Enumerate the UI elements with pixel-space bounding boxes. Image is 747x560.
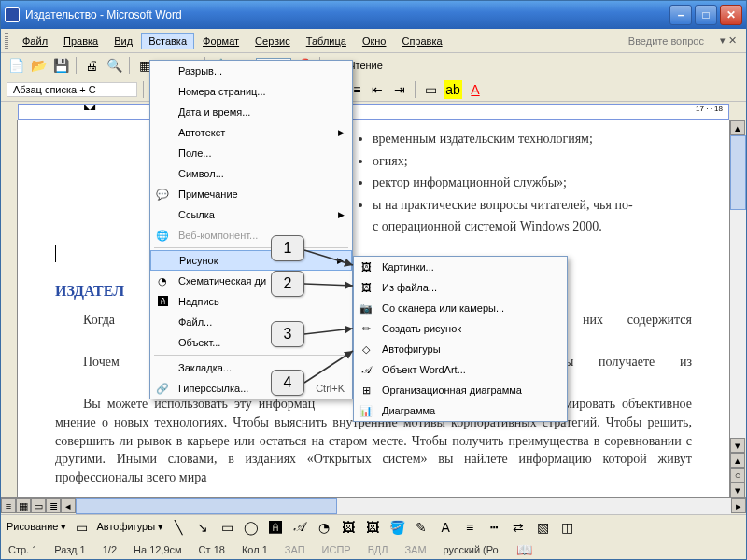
oval-icon[interactable]: ◯ (242, 518, 261, 537)
menu-edit[interactable]: Правка (56, 33, 106, 49)
menu-help[interactable]: Справка (394, 33, 449, 49)
bullet-item: огиях; (373, 152, 692, 171)
textbox-icon: 🅰 (154, 293, 171, 310)
clipart-icon[interactable]: 🖼 (339, 518, 358, 537)
autoshapes-menu[interactable]: Автофигуры ▾ (96, 521, 163, 533)
lineweight-icon[interactable]: ≡ (460, 518, 479, 537)
menu-view[interactable]: Вид (106, 33, 140, 49)
arrowstyle-icon[interactable]: ⇄ (509, 518, 528, 537)
svg-line-1 (304, 284, 353, 286)
menu-comment[interactable]: 💬Примечание (150, 184, 352, 204)
drawing-toolbar: Рисование ▾ ▭ Автофигуры ▾ ╲ ↘ ▭ ◯ 🅰 𝒜 ◔… (1, 514, 746, 539)
scroll-left-icon[interactable]: ◂ (61, 498, 76, 513)
titlebar: Издательство - Microsoft Word – □ ✕ (1, 1, 746, 29)
menubar: Файл Правка Вид Вставка Формат Сервис Та… (1, 29, 746, 53)
submenu-clipart[interactable]: 🖼Картинки... (354, 257, 567, 277)
status-page: Стр. 1 (8, 544, 37, 555)
menu-insert[interactable]: Вставка (141, 33, 194, 49)
menu-autotext[interactable]: Автотекст▶ (150, 122, 352, 143)
submenu-from-file[interactable]: 🖼Из файла... (354, 277, 567, 298)
submenu-new-drawing[interactable]: ✏Создать рисунок (354, 318, 567, 339)
diagram-icon[interactable]: ◔ (315, 518, 333, 537)
picture-submenu: 🖼Картинки... 🖼Из файла... 📷Со сканера ил… (353, 256, 568, 422)
view-web-icon[interactable]: ▦ (16, 498, 31, 513)
minimize-button[interactable]: – (669, 5, 692, 25)
linecolor-icon[interactable]: ✎ (412, 518, 430, 537)
border-icon[interactable]: ▭ (421, 80, 440, 99)
submenu-autoshapes[interactable]: ◇Автофигуры (354, 339, 567, 359)
left-gutter (1, 120, 18, 497)
font-color-icon[interactable]: А (466, 80, 485, 99)
ruler[interactable]: ◣◢ 17 · · 18 (18, 104, 729, 120)
line-icon[interactable]: ╲ (169, 518, 188, 537)
style-combo[interactable]: Абзац списка + С (7, 82, 137, 97)
maximize-button[interactable]: □ (695, 5, 717, 25)
scroll-thumb[interactable] (730, 135, 746, 210)
submenu-scanner[interactable]: 📷Со сканера или камеры... (354, 298, 567, 318)
view-normal-icon[interactable]: ≡ (1, 498, 16, 513)
menu-tools[interactable]: Сервис (247, 33, 298, 49)
menu-reference[interactable]: Ссылка▶ (150, 204, 352, 225)
select-icon[interactable]: ▭ (72, 518, 91, 537)
status-trk: ИСПР (322, 544, 351, 555)
comment-icon: 💬 (154, 186, 171, 203)
menu-file[interactable]: Файл (15, 33, 55, 49)
save-icon[interactable]: 💾 (51, 56, 70, 75)
browse-prev-icon[interactable]: ▴ (730, 453, 745, 468)
grip-icon (5, 33, 8, 49)
shadow-icon[interactable]: ▧ (533, 518, 552, 537)
textbox-icon[interactable]: 🅰 (266, 518, 285, 537)
highlight-icon[interactable]: ab (444, 80, 462, 99)
scroll-up-icon[interactable]: ▴ (730, 120, 745, 135)
status-section: Разд 1 (54, 544, 85, 555)
menu-date-time[interactable]: Дата и время... (150, 102, 352, 122)
status-at: На 12,9см (134, 544, 182, 555)
view-outline-icon[interactable]: ≣ (46, 498, 61, 513)
menu-page-numbers[interactable]: Номера страниц... (150, 81, 352, 102)
indent-icon[interactable]: ⇥ (390, 80, 409, 99)
menu-dropdown-icon[interactable]: ▾ ✕ (714, 35, 742, 47)
status-pages: 1/2 (103, 544, 117, 555)
web-icon: 🌐 (154, 227, 171, 244)
status-line: Ст 18 (199, 544, 225, 555)
scroll-down-icon[interactable]: ▾ (730, 438, 745, 453)
submenu-wordart[interactable]: 𝒜Объект WordArt... (354, 359, 567, 380)
dash-icon[interactable]: ┅ (485, 518, 503, 537)
menu-table[interactable]: Таблица (299, 33, 354, 49)
drawing-menu[interactable]: Рисование ▾ (7, 521, 66, 533)
vertical-scrollbar[interactable]: ▴ ▾ ▴ ○ ▾ (729, 120, 746, 497)
read-label[interactable]: Чтение (348, 60, 383, 71)
preview-icon[interactable]: 🔍 (105, 56, 123, 75)
hscroll-thumb[interactable] (76, 498, 337, 514)
horizontal-scrollbar[interactable]: ≡ ▦ ▭ ≣ ◂ ▸ (1, 497, 746, 514)
new-icon[interactable]: 📄 (7, 56, 25, 75)
menu-symbol[interactable]: Символ... (150, 163, 352, 184)
submenu-chart[interactable]: 📊Диаграмма (354, 400, 567, 421)
browse-next-icon[interactable]: ▾ (730, 483, 745, 497)
submenu-orgchart[interactable]: ⊞Организационная диаграмма (354, 380, 567, 400)
bullet-item: ы на практические вопросы читателей, чья… (373, 196, 692, 215)
print-icon[interactable]: 🖨 (82, 56, 101, 75)
view-print-icon[interactable]: ▭ (31, 498, 46, 513)
close-button[interactable]: ✕ (720, 5, 742, 25)
status-rec: ЗАП (285, 544, 305, 555)
menu-field[interactable]: Поле... (150, 143, 352, 163)
wordart-icon[interactable]: 𝒜 (290, 518, 309, 537)
menu-break[interactable]: Разрыв... (150, 61, 352, 81)
menu-format[interactable]: Формат (195, 33, 247, 49)
arrow-icon[interactable]: ↘ (193, 518, 212, 537)
fill-icon[interactable]: 🪣 (388, 518, 406, 537)
ask-box[interactable]: Введите вопрос (628, 35, 713, 47)
browse-select-icon[interactable]: ○ (730, 468, 745, 483)
rect-icon[interactable]: ▭ (218, 518, 236, 537)
svg-line-2 (304, 329, 353, 334)
picture-icon[interactable]: 🖼 (363, 518, 382, 537)
callout-1: 1 (271, 235, 304, 261)
3d-icon[interactable]: ◫ (557, 518, 576, 537)
spellcheck-icon[interactable]: 📖 (515, 540, 534, 559)
open-icon[interactable]: 📂 (29, 56, 48, 75)
scroll-right-icon[interactable]: ▸ (731, 498, 746, 513)
fontcolor-icon[interactable]: А (436, 518, 455, 537)
menu-window[interactable]: Окно (355, 33, 394, 49)
outdent-icon[interactable]: ⇤ (368, 80, 387, 99)
